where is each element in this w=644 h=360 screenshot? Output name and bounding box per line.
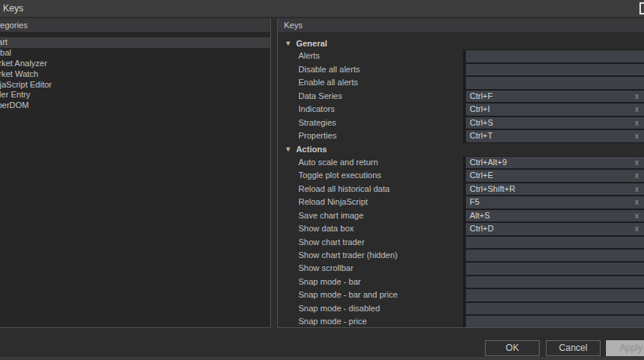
- key-field-wrap: x: [463, 288, 644, 301]
- key-label: Snap mode - price: [278, 315, 463, 328]
- key-binding-input[interactable]: x: [466, 263, 644, 274]
- key-binding-input[interactable]: Ctrl+E x: [466, 170, 644, 181]
- key-row: Save chart image Alt+S x: [278, 209, 644, 222]
- key-row: Alerts x: [278, 49, 644, 62]
- key-field-wrap: Ctrl+E x: [463, 169, 644, 182]
- key-label: Save chart image: [278, 209, 463, 222]
- group-row[interactable]: ▼ General: [278, 37, 644, 49]
- key-field-wrap: x: [463, 262, 644, 275]
- clear-binding-icon[interactable]: x: [635, 117, 639, 129]
- key-row: Show scrollbar x: [278, 262, 644, 275]
- key-field-wrap: x: [463, 49, 644, 62]
- key-row: Disable all alerts x: [278, 63, 644, 76]
- window-title: Keys: [3, 3, 24, 14]
- apply-button[interactable]: Apply: [606, 340, 644, 356]
- key-row: Show chart trader (hidden) x: [278, 249, 644, 262]
- key-binding-input[interactable]: x: [466, 303, 644, 314]
- category-item[interactable]: Market Analyzer: [0, 59, 270, 69]
- category-item-label: Global: [0, 48, 11, 57]
- key-binding-input[interactable]: F5 x: [466, 196, 644, 208]
- key-label: Toggle plot executions: [278, 169, 463, 182]
- collapse-triangle-icon[interactable]: ▼: [285, 40, 292, 47]
- title-bar: Keys: [0, 0, 644, 17]
- cancel-button[interactable]: Cancel: [546, 340, 601, 356]
- key-field-wrap: x: [463, 302, 644, 315]
- bottom-edge-strip: [0, 357, 644, 360]
- key-binding-input[interactable]: x: [466, 237, 644, 248]
- key-binding-input[interactable]: x: [466, 316, 644, 327]
- key-row: Snap mode - bar x: [278, 276, 644, 288]
- key-field-wrap: Ctrl+Alt+9 x: [463, 156, 644, 169]
- key-binding-input[interactable]: Ctrl+F x: [466, 91, 644, 102]
- category-item[interactable]: Market Watch: [0, 69, 270, 80]
- key-binding-value: F5: [470, 197, 480, 206]
- key-binding-input[interactable]: x: [466, 77, 644, 88]
- key-label: Snap mode - disabled: [278, 302, 463, 315]
- clear-binding-icon[interactable]: x: [635, 196, 639, 208]
- key-binding-input[interactable]: x: [466, 50, 644, 62]
- key-binding-value: Ctrl+Shift+R: [470, 184, 515, 193]
- key-row: Reload all historical data Ctrl+Shift+R …: [278, 183, 644, 196]
- category-item[interactable]: Order Entry: [0, 90, 270, 100]
- key-field-wrap: Alt+S x: [463, 209, 644, 222]
- category-item[interactable]: Chart: [0, 37, 270, 48]
- ok-button[interactable]: OK: [485, 340, 540, 356]
- clear-binding-icon[interactable]: x: [635, 130, 639, 142]
- keys-rows: ▼ General General x ▼ Alerts Alerts: [278, 32, 644, 328]
- key-label: Show chart trader: [278, 236, 463, 249]
- categories-list: Chart Global Market Analyzer Market Watc…: [0, 32, 270, 111]
- key-binding-value: Ctrl+E: [470, 170, 493, 180]
- group-label: Actions: [296, 145, 327, 154]
- category-item[interactable]: Global: [0, 48, 270, 59]
- clear-binding-icon[interactable]: x: [635, 91, 639, 102]
- key-field-wrap: x: [463, 76, 644, 89]
- category-item[interactable]: NinjaScript Editor: [0, 80, 270, 91]
- collapse-triangle-icon[interactable]: ▼: [285, 145, 292, 153]
- key-binding-input[interactable]: Alt+S x: [466, 210, 644, 221]
- group-row[interactable]: ▼ Actions: [278, 143, 644, 156]
- window-control-icon[interactable]: [639, 2, 644, 14]
- key-binding-value: Ctrl+I: [470, 104, 490, 113]
- key-binding-input[interactable]: x: [466, 276, 644, 288]
- clear-binding-icon[interactable]: x: [635, 170, 639, 181]
- clear-binding-icon[interactable]: x: [635, 210, 639, 221]
- key-binding-input[interactable]: Ctrl+D x: [466, 223, 644, 234]
- key-binding-input[interactable]: Ctrl+I x: [466, 104, 644, 115]
- key-label: Alerts: [278, 49, 463, 62]
- category-item[interactable]: SuperDOM: [0, 100, 270, 111]
- key-field-wrap: Ctrl+I x: [463, 103, 644, 116]
- clear-binding-icon[interactable]: x: [635, 157, 639, 168]
- key-label: Show scrollbar: [278, 262, 463, 275]
- clear-binding-icon[interactable]: x: [635, 104, 639, 115]
- category-item-label: NinjaScript Editor: [0, 80, 52, 89]
- key-row: Snap mode - disabled x: [278, 302, 644, 315]
- key-binding-input[interactable]: x: [466, 250, 644, 261]
- clear-binding-icon[interactable]: x: [635, 183, 639, 195]
- key-binding-input[interactable]: x: [466, 64, 644, 75]
- key-label: Auto scale and return: [278, 156, 463, 169]
- key-label: Strategies: [278, 116, 463, 129]
- key-row: Show chart trader x: [278, 236, 644, 249]
- key-label: Disable all alerts: [278, 63, 463, 76]
- key-row: Auto scale and return Ctrl+Alt+9 x: [278, 156, 644, 169]
- key-binding-input[interactable]: Ctrl+T x: [466, 130, 644, 142]
- key-field-wrap: x: [463, 249, 644, 262]
- key-field-wrap: Ctrl+D x: [463, 222, 644, 235]
- key-field-wrap: F5 x: [463, 196, 644, 209]
- key-binding-input[interactable]: Ctrl+S x: [466, 117, 644, 129]
- key-row: Indicators Ctrl+I x: [278, 103, 644, 116]
- key-binding-input[interactable]: Ctrl+Shift+R x: [466, 183, 644, 195]
- key-field-wrap: Ctrl+F x: [463, 90, 644, 103]
- clear-binding-icon[interactable]: x: [635, 223, 639, 234]
- key-binding-value: Ctrl+S: [470, 118, 493, 127]
- key-label: Show data box: [278, 222, 463, 235]
- key-binding-input[interactable]: Ctrl+Alt+9 x: [466, 157, 644, 168]
- key-row: Snap mode - price x: [278, 315, 644, 328]
- key-label: Show chart trader (hidden): [278, 249, 463, 262]
- categories-header: Categories: [0, 18, 270, 32]
- category-item-label: SuperDOM: [0, 100, 29, 110]
- key-label: Indicators: [278, 103, 463, 116]
- key-label: Properties: [278, 129, 463, 142]
- key-label: Enable all alerts: [278, 76, 463, 89]
- key-binding-input[interactable]: x: [466, 289, 644, 301]
